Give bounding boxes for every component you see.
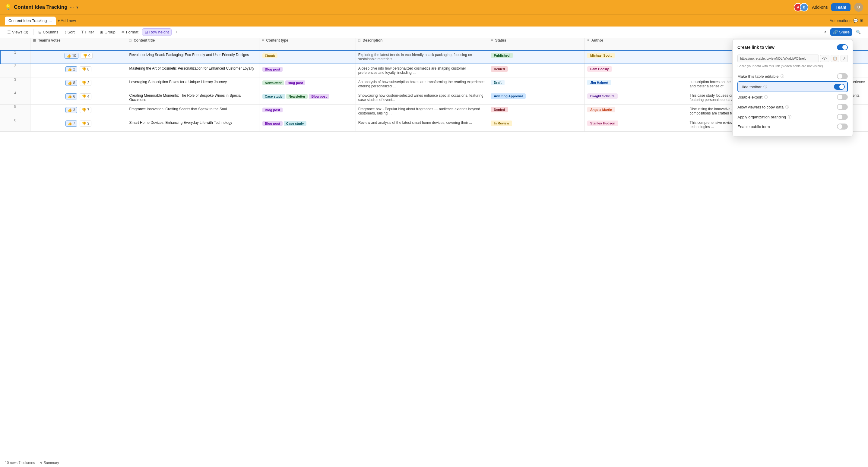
- public-form-toggle[interactable]: [837, 124, 848, 130]
- option-label-editable: Make this table editable ⓘ: [737, 74, 784, 79]
- option-row-editable: Make this table editable ⓘ: [737, 71, 848, 81]
- slider-disable_export: [837, 94, 848, 100]
- th-author[interactable]: ≡ Author: [585, 38, 687, 50]
- status-badge: Draft: [491, 80, 504, 85]
- chat-icon[interactable]: 💬: [853, 19, 858, 23]
- desc-cell: An analysis of how subscription boxes ar…: [355, 77, 488, 91]
- votes-cell: 👍 7 👎 3: [30, 118, 127, 132]
- add-new-button[interactable]: + Add new: [58, 19, 76, 23]
- author-badge: Stanley Hudson: [587, 121, 618, 126]
- author-cell: Jim Halpert: [585, 77, 687, 91]
- app-menu-icon[interactable]: ···: [70, 4, 74, 10]
- row-num-cell: 3: [0, 77, 30, 91]
- copy-code-button[interactable]: </>: [820, 55, 829, 62]
- votes-cell: 👍 8 👎 2: [30, 77, 127, 91]
- upvote-button[interactable]: 👍 7: [65, 121, 77, 127]
- automations-button[interactable]: Automations: [830, 19, 851, 23]
- option-row-org_branding: Apply organization branding ⓘ: [737, 112, 848, 122]
- status-badge: In Review: [491, 121, 512, 126]
- filter-button[interactable]: ⊤ Filter: [79, 29, 96, 36]
- title-cell: Revolutionizing Snack Packaging: Eco-Fri…: [127, 50, 259, 64]
- open-link-button[interactable]: ↗: [841, 55, 848, 62]
- type-cell: Blog post: [259, 105, 356, 118]
- share-popup: Create link to view </> 📋 ↗ Share your d…: [732, 39, 853, 136]
- th-status[interactable]: ≡ Status: [488, 38, 585, 50]
- upvote-button[interactable]: 👍 2: [65, 66, 77, 72]
- toggle-disable_export[interactable]: [837, 94, 848, 100]
- option-label-hide_toolbar: Hide toolbar ⓘ: [740, 85, 767, 90]
- slider-editable: [837, 73, 848, 79]
- author-cell: Angela Martin: [585, 105, 687, 118]
- team-button[interactable]: Team: [831, 3, 850, 11]
- popup-title: Create link to view: [737, 45, 775, 50]
- sub-nav-left: Content Idea Tracking ··· + Add new: [5, 16, 830, 25]
- sort-button[interactable]: ↕ Sort: [62, 29, 77, 36]
- row-height-button[interactable]: ⊟ Row height: [142, 28, 172, 36]
- th-type[interactable]: ≡ Content type: [259, 38, 356, 50]
- app-chevron-icon[interactable]: ▾: [76, 5, 79, 10]
- layout-icon[interactable]: ⊞: [860, 19, 863, 23]
- toolbar: ☰ Views (3) ⊞ Columns ↕ Sort ⊤ Filter ⊞ …: [0, 27, 868, 38]
- downvote-button[interactable]: 👎 0: [81, 53, 93, 59]
- share-icon: 🔗: [833, 30, 838, 34]
- user-avatar[interactable]: U: [854, 3, 863, 12]
- share-button[interactable]: 🔗 Share: [830, 28, 852, 36]
- upvote-button[interactable]: 👍 8: [65, 80, 77, 86]
- share-label: Share: [839, 30, 849, 34]
- format-button[interactable]: ✏ Format: [119, 29, 141, 36]
- option-label-copy_data: Allow viewers to copy data ⓘ: [737, 105, 789, 110]
- downvote-button[interactable]: 👎 2: [80, 80, 91, 86]
- group-button[interactable]: ⊞ Group: [97, 29, 118, 36]
- copy-link-button[interactable]: 📋: [831, 55, 839, 62]
- undo-button[interactable]: ↺: [821, 29, 829, 36]
- info-icon-org_branding[interactable]: ⓘ: [788, 114, 792, 120]
- sub-nav-right: Automations 💬 ⊞: [830, 19, 863, 23]
- toggle-org_branding[interactable]: [837, 114, 848, 120]
- toggle-hide_toolbar[interactable]: [834, 84, 845, 90]
- toolbar-sep-1: [33, 29, 33, 35]
- downvote-button[interactable]: 👎 4: [80, 93, 91, 99]
- info-icon-editable[interactable]: ⓘ: [780, 74, 784, 79]
- toggle-editable[interactable]: [837, 73, 848, 79]
- toggle-copy_data[interactable]: [837, 104, 848, 110]
- th-desc-label: Description: [363, 38, 382, 42]
- addons-button[interactable]: Add-ons: [812, 5, 828, 10]
- columns-button[interactable]: ⊞ Columns: [36, 29, 61, 36]
- th-type-label: Content type: [266, 38, 288, 42]
- type-tag: Case study: [262, 94, 285, 99]
- downvote-button[interactable]: 👎 3: [80, 121, 91, 127]
- author-cell: Michael Scott: [585, 50, 687, 64]
- th-desc[interactable]: □ Description: [355, 38, 488, 50]
- votes-cell: 👍 6 👎 4: [30, 91, 127, 105]
- info-icon-disable_export[interactable]: ⓘ: [764, 95, 768, 100]
- row-height-icon: ⊟: [145, 30, 148, 34]
- downvote-button[interactable]: 👎 8: [80, 66, 91, 72]
- th-title[interactable]: □ Content title: [127, 38, 259, 50]
- create-link-toggle[interactable]: [837, 44, 848, 50]
- status-cell: Denied: [488, 105, 585, 118]
- format-icon: ✏: [122, 30, 125, 34]
- type-tag: Blog post: [262, 67, 283, 72]
- type-tag: Case study: [284, 121, 306, 126]
- downvote-button[interactable]: 👎 7: [80, 107, 91, 113]
- info-icon-hide_toolbar[interactable]: ⓘ: [763, 85, 767, 90]
- search-button[interactable]: 🔍: [854, 29, 863, 36]
- th-votes-label: Team's votes: [38, 38, 61, 42]
- views-button[interactable]: ☰ Views (3): [5, 29, 31, 36]
- th-author-icon: ≡: [587, 38, 589, 42]
- group-label: Group: [104, 30, 115, 34]
- link-input[interactable]: [737, 55, 819, 62]
- upvote-button[interactable]: 👍 6: [65, 93, 77, 99]
- upvote-button[interactable]: 👍 10: [65, 53, 79, 59]
- status-badge: Denied: [491, 66, 508, 72]
- active-tab[interactable]: Content Idea Tracking ···: [5, 16, 56, 25]
- info-icon-copy_data[interactable]: ⓘ: [785, 105, 789, 110]
- upvote-button[interactable]: 👍 3: [65, 107, 77, 113]
- add-column-button[interactable]: +: [173, 29, 180, 36]
- th-votes[interactable]: ⊞ Team's votes: [30, 38, 127, 50]
- views-icon: ☰: [7, 30, 11, 34]
- tab-dots-icon[interactable]: ···: [49, 19, 52, 23]
- option-row-disable_export: Disable export ⓘ: [737, 92, 848, 102]
- type-tag: Ebook: [262, 53, 277, 58]
- th-desc-icon: □: [358, 38, 361, 42]
